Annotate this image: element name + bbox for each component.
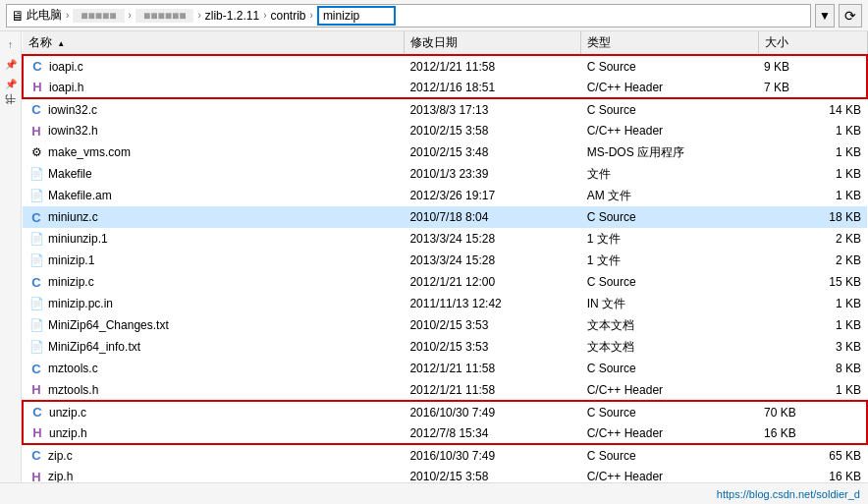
file-size: 8 KB bbox=[758, 358, 867, 379]
file-date: 2010/2/15 3:48 bbox=[404, 141, 580, 163]
file-icon: C bbox=[28, 361, 44, 376]
file-name-cell: Ciowin32.c bbox=[23, 98, 404, 120]
table-row[interactable]: 📄Makefile2010/1/3 23:39文件1 KB bbox=[23, 163, 867, 185]
address-bar: 🖥 此电脑 › ■■■■■ › ■■■■■■ › zlib-1.2.11 › c… bbox=[0, 0, 868, 31]
file-name-text: miniunz.c bbox=[48, 210, 98, 224]
file-icon: 📄 bbox=[28, 231, 44, 247]
nav-up-icon[interactable]: ↑ bbox=[2, 35, 20, 53]
file-type: C Source bbox=[581, 444, 758, 466]
file-size: 16 KB bbox=[758, 422, 867, 444]
file-icon: 📄 bbox=[28, 296, 44, 311]
file-icon: ⚙ bbox=[28, 144, 44, 160]
refresh-button[interactable]: ⟳ bbox=[839, 4, 862, 28]
file-date: 2013/3/24 15:28 bbox=[404, 228, 580, 250]
table-row[interactable]: Hioapi.h2012/1/16 18:51C/C++ Header7 KB bbox=[23, 77, 867, 98]
file-icon: 📄 bbox=[28, 166, 44, 182]
file-date: 2012/1/21 11:58 bbox=[404, 379, 580, 401]
file-list-body: Cioapi.c2012/1/21 11:58C Source9 KBHioap… bbox=[23, 55, 867, 482]
table-row[interactable]: Hiowin32.h2010/2/15 3:58C/C++ Header1 KB bbox=[23, 120, 867, 141]
file-date: 2010/7/18 8:04 bbox=[404, 206, 580, 228]
breadcrumb-item-pc: 此电脑 bbox=[27, 7, 62, 24]
file-type: C/C++ Header bbox=[581, 379, 758, 401]
file-size: 1 KB bbox=[758, 141, 867, 163]
file-type: 文件 bbox=[581, 163, 758, 185]
file-name-text: MiniZip64_Changes.txt bbox=[48, 318, 169, 332]
table-row[interactable]: Cminiunz.c2010/7/18 8:04C Source18 KB bbox=[23, 206, 867, 228]
file-list[interactable]: 名称 ▲ 修改日期 类型 大小 Cioapi.c2012/1/21 11:58C… bbox=[22, 31, 868, 482]
breadcrumb-current[interactable] bbox=[317, 6, 396, 26]
file-name-text: Makefile bbox=[48, 167, 92, 181]
nav-pin-icon[interactable]: 📌 bbox=[2, 55, 20, 73]
file-size: 1 KB bbox=[758, 293, 867, 314]
file-name-text: unzip.h bbox=[49, 426, 87, 440]
file-size: 16 KB bbox=[758, 466, 867, 482]
file-name-cell: 📄MiniZip64_info.txt bbox=[23, 336, 404, 358]
col-header-type[interactable]: 类型 bbox=[581, 31, 758, 55]
table-row[interactable]: 📄MiniZip64_Changes.txt2010/2/15 3:53文本文档… bbox=[23, 314, 867, 336]
file-date: 2013/3/24 15:28 bbox=[404, 250, 580, 271]
table-row[interactable]: 📄MiniZip64_info.txt2010/2/15 3:53文本文档3 K… bbox=[23, 336, 867, 358]
file-size: 1 KB bbox=[758, 314, 867, 336]
table-row[interactable]: Czip.c2016/10/30 7:49C Source65 KB bbox=[23, 444, 867, 466]
table-row[interactable]: Cioapi.c2012/1/21 11:58C Source9 KB bbox=[23, 55, 867, 77]
file-name-cell: 📄minizip.1 bbox=[23, 250, 404, 271]
file-date: 2012/1/21 12:00 bbox=[404, 271, 580, 293]
file-name-text: zip.c bbox=[48, 449, 73, 463]
refresh-icon: ⟳ bbox=[844, 8, 856, 24]
table-row[interactable]: Cminizip.c2012/1/21 12:00C Source15 KB bbox=[23, 271, 867, 293]
table-row[interactable]: 📄Makefile.am2012/3/26 19:17AM 文件1 KB bbox=[23, 185, 867, 206]
file-size: 9 KB bbox=[758, 55, 867, 77]
file-name-cell: 📄minizip.pc.in bbox=[23, 293, 404, 314]
table-row[interactable]: Cmztools.c2012/1/21 11:58C Source8 KB bbox=[23, 358, 867, 379]
table-row[interactable]: 📄miniunzip.12013/3/24 15:281 文件2 KB bbox=[23, 228, 867, 250]
breadcrumb-contrib: contrib bbox=[271, 9, 306, 23]
file-date: 2010/1/3 23:39 bbox=[404, 163, 580, 185]
file-date: 2010/2/15 3:58 bbox=[404, 466, 580, 482]
table-row[interactable]: Hmztools.h2012/1/21 11:58C/C++ Header1 K… bbox=[23, 379, 867, 401]
breadcrumb-item-2: ■■■■■■ bbox=[136, 9, 194, 23]
address-dropdown-btn[interactable]: ▼ bbox=[815, 4, 835, 28]
file-name-cell: Czip.c bbox=[23, 444, 404, 466]
file-name-text: mztools.c bbox=[48, 362, 98, 375]
file-size: 65 KB bbox=[758, 444, 867, 466]
table-row[interactable]: 📄minizip.pc.in2011/11/13 12:42IN 文件1 KB bbox=[23, 293, 867, 314]
col-header-name[interactable]: 名称 ▲ bbox=[23, 31, 404, 55]
file-table: 名称 ▲ 修改日期 类型 大小 Cioapi.c2012/1/21 11:58C… bbox=[22, 31, 868, 482]
file-type: 1 文件 bbox=[581, 228, 758, 250]
file-icon: 📄 bbox=[28, 317, 44, 333]
file-icon: C bbox=[28, 274, 44, 290]
file-name-text: miniunzip.1 bbox=[48, 232, 108, 246]
file-date: 2012/7/8 15:34 bbox=[404, 422, 580, 444]
dropdown-arrow-icon: ▼ bbox=[819, 9, 831, 23]
file-date: 2010/2/15 3:53 bbox=[404, 336, 580, 358]
file-date: 2012/1/21 11:58 bbox=[404, 358, 580, 379]
file-name-cell: ⚙make_vms.com bbox=[23, 141, 404, 163]
file-size: 18 KB bbox=[758, 206, 867, 228]
file-size: 2 KB bbox=[758, 228, 867, 250]
file-name-cell: 📄miniunzip.1 bbox=[23, 228, 404, 250]
file-name-cell: 📄Makefile bbox=[23, 163, 404, 185]
table-row[interactable]: Hzip.h2010/2/15 3:58C/C++ Header16 KB bbox=[23, 466, 867, 482]
file-name-text: ioapi.c bbox=[49, 60, 83, 74]
table-row[interactable]: Ciowin32.c2013/8/3 17:13C Source14 KB bbox=[23, 98, 867, 120]
file-icon: C bbox=[29, 405, 45, 420]
file-date: 2016/10/30 7:49 bbox=[404, 444, 580, 466]
file-type: C Source bbox=[581, 98, 758, 120]
table-row[interactable]: 📄minizip.12013/3/24 15:281 文件2 KB bbox=[23, 250, 867, 271]
table-header: 名称 ▲ 修改日期 类型 大小 bbox=[23, 31, 867, 55]
watermark-text: https://blog.csdn.net/soldier_d bbox=[717, 488, 860, 500]
breadcrumb[interactable]: 🖥 此电脑 › ■■■■■ › ■■■■■■ › zlib-1.2.11 › c… bbox=[6, 4, 811, 28]
col-header-size[interactable]: 大小 bbox=[758, 31, 867, 55]
col-header-date[interactable]: 修改日期 bbox=[404, 31, 580, 55]
file-type: 1 文件 bbox=[581, 250, 758, 271]
table-row[interactable]: Hunzip.h2012/7/8 15:34C/C++ Header16 KB bbox=[23, 422, 867, 444]
file-name-cell: 📄Makefile.am bbox=[23, 185, 404, 206]
file-icon: H bbox=[29, 425, 45, 441]
file-name-cell: Cminiunz.c bbox=[23, 206, 404, 228]
file-type: AM 文件 bbox=[581, 185, 758, 206]
table-row[interactable]: Cunzip.c2016/10/30 7:49C Source70 KB bbox=[23, 401, 867, 422]
table-row[interactable]: ⚙make_vms.com2010/2/15 3:48MS-DOS 应用程序1 … bbox=[23, 141, 867, 163]
file-name-cell: Hmztools.h bbox=[23, 379, 404, 401]
file-icon: C bbox=[29, 59, 45, 75]
nav-pin2-icon[interactable]: 📌 bbox=[2, 75, 20, 92]
